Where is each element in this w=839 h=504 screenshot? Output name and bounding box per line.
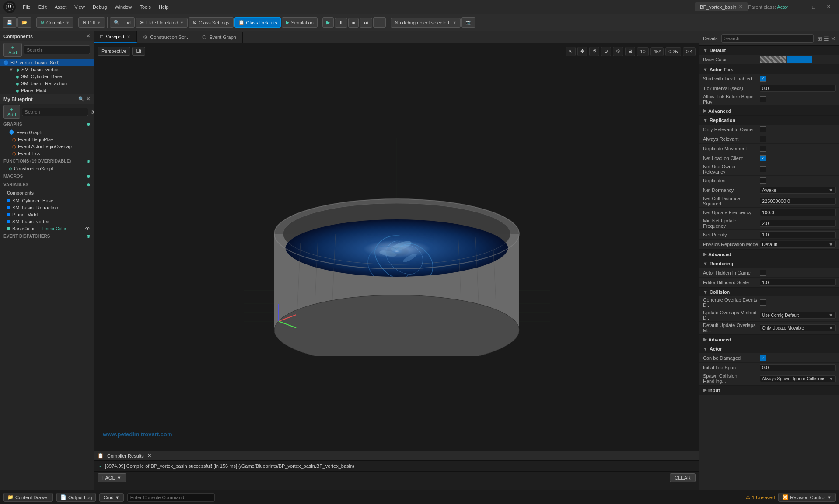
tree-item-cylinder-base[interactable]: ◆ SM_Cylinder_Base bbox=[0, 73, 94, 80]
input-initial-life-span[interactable] bbox=[760, 364, 836, 371]
scale-size-tool[interactable]: 0.25 bbox=[665, 47, 681, 56]
diff-button[interactable]: ⊕ Diff ▼ bbox=[78, 17, 105, 28]
skip-button[interactable]: ⏭ bbox=[360, 18, 372, 28]
play-button[interactable]: ▶ bbox=[322, 17, 334, 28]
section-actor-header[interactable]: ▼ Actor bbox=[699, 344, 839, 353]
dispatchers-add-icon[interactable]: ⊕ bbox=[87, 234, 90, 239]
event-graph-tab[interactable]: ⬡ Event Graph bbox=[196, 32, 243, 43]
blueprint-search-input[interactable] bbox=[22, 108, 88, 116]
close-button[interactable]: ✕ bbox=[822, 2, 836, 12]
var-item-plane-midd[interactable]: Plane_Midd bbox=[0, 211, 94, 218]
event-actor-begin-overlap-item[interactable]: ⬡ Event ActorBeginOverlap bbox=[0, 143, 94, 150]
dropdown-net-dormancy[interactable]: Awake▼ bbox=[760, 187, 836, 194]
simulation-button[interactable]: ▶ Simulation bbox=[282, 17, 317, 28]
add-component-button[interactable]: + Add bbox=[3, 43, 22, 57]
macros-add-icon[interactable]: ⊕ bbox=[87, 174, 90, 179]
bp-tab[interactable]: BP_vortex_basin ✕ bbox=[695, 2, 748, 11]
minimize-button[interactable]: ─ bbox=[792, 2, 806, 12]
pause-button[interactable]: ⏸ bbox=[335, 18, 347, 28]
tree-item-self[interactable]: 🔵 BP_vortex_basin (Self) bbox=[0, 59, 94, 66]
components-close-icon[interactable]: ✕ bbox=[86, 33, 90, 39]
checkbox-can-be-damaged[interactable] bbox=[760, 355, 766, 361]
var-item-cylinder-base[interactable]: SM_Cylinder_Base bbox=[0, 197, 94, 204]
dropdown-physics-replication[interactable]: Default▼ bbox=[760, 241, 836, 248]
section-replication-header[interactable]: ▼ Replication bbox=[699, 116, 839, 125]
checkbox-replicates[interactable] bbox=[760, 177, 766, 184]
scale-tool[interactable]: ⊙ bbox=[601, 47, 611, 56]
details-close-icon[interactable]: ✕ bbox=[831, 35, 836, 42]
event-begin-play-item[interactable]: ⬡ Event BeginPlay bbox=[0, 136, 94, 143]
input-net-priority[interactable] bbox=[760, 231, 836, 238]
section-advanced-3-header[interactable]: ▶ Advanced bbox=[699, 335, 839, 344]
compile-button[interactable]: ⚙ Compile ▼ bbox=[36, 17, 73, 28]
hide-unrelated-button[interactable]: 👁 Hide Unrelated ▼ bbox=[136, 18, 188, 28]
clear-button[interactable]: CLEAR bbox=[670, 473, 696, 482]
select-tool[interactable]: ↖ bbox=[566, 47, 576, 56]
dropdown-default-update-overlaps[interactable]: Only Update Movable▼ bbox=[760, 324, 836, 331]
viewport-tab[interactable]: □ Viewport ✕ bbox=[94, 31, 137, 43]
graphs-add-icon[interactable]: ⊕ bbox=[87, 122, 90, 127]
output-log-button[interactable]: 📄 Output Log bbox=[56, 493, 96, 502]
console-input[interactable] bbox=[127, 493, 215, 502]
base-color-visibility-icon[interactable]: 👁 bbox=[85, 226, 90, 231]
blueprint-settings-icon[interactable]: ⚙ bbox=[90, 109, 94, 115]
menu-asset[interactable]: Asset bbox=[51, 3, 70, 11]
more-button[interactable]: ⋮ bbox=[373, 17, 386, 28]
checkbox-allow-tick[interactable] bbox=[760, 96, 766, 102]
construction-script-tab[interactable]: ⚙ Construction Scr... bbox=[137, 32, 196, 43]
construction-script-item[interactable]: ⊘ ConstructionScript bbox=[0, 165, 94, 172]
tree-item-basin-refraction[interactable]: ◆ SM_basin_Refraction bbox=[0, 80, 94, 87]
input-net-update-freq[interactable] bbox=[760, 209, 836, 216]
content-drawer-button[interactable]: 📁 Content Drawer bbox=[3, 493, 53, 502]
add-blueprint-button[interactable]: + Add bbox=[3, 105, 20, 119]
checkbox-net-use-owner[interactable] bbox=[760, 166, 766, 172]
details-grid-icon[interactable]: ⊞ bbox=[817, 35, 822, 42]
menu-view[interactable]: View bbox=[71, 3, 88, 11]
menu-help[interactable]: Help bbox=[155, 3, 172, 11]
functions-add-icon[interactable]: ⊕ bbox=[87, 159, 90, 163]
checkbox-start-tick[interactable] bbox=[760, 76, 766, 82]
checkbox-replicate-movement[interactable] bbox=[760, 146, 766, 152]
menu-file[interactable]: File bbox=[19, 3, 34, 11]
section-actor-tick-header[interactable]: ▼ Actor Tick bbox=[699, 65, 839, 74]
dropdown-update-overlaps[interactable]: Use Config Default▼ bbox=[760, 312, 836, 319]
menu-tools[interactable]: Tools bbox=[136, 3, 154, 11]
settings-vp-tool[interactable]: ⚙ bbox=[613, 47, 623, 56]
angle-tool[interactable]: 45° bbox=[650, 47, 664, 56]
checkbox-net-load[interactable] bbox=[760, 155, 766, 161]
event-graph-item[interactable]: 🔷 EventGraph bbox=[0, 129, 94, 136]
input-editor-billboard[interactable] bbox=[760, 279, 836, 286]
class-defaults-button[interactable]: 📋 Class Defaults bbox=[234, 17, 281, 28]
menu-window[interactable]: Window bbox=[111, 3, 135, 11]
details-filter-icon[interactable]: ☰ bbox=[824, 35, 829, 42]
class-settings-button[interactable]: ⚙ Class Settings bbox=[189, 17, 233, 28]
input-net-cull[interactable] bbox=[760, 198, 836, 205]
section-collision-header[interactable]: ▼ Collision bbox=[699, 288, 839, 296]
debug-extra-button[interactable]: 📷 bbox=[461, 17, 475, 28]
page-button[interactable]: PAGE ▼ bbox=[98, 473, 126, 482]
var-item-basin-refraction[interactable]: SM_basin_Refraction bbox=[0, 204, 94, 211]
debug-dropdown[interactable]: No debug object selected ▼ bbox=[391, 18, 460, 28]
var-item-base-color[interactable]: BaseColor – Linear Color 👁 bbox=[0, 225, 94, 232]
checkbox-only-relevant[interactable] bbox=[760, 126, 766, 132]
input-min-net-update-freq[interactable] bbox=[760, 220, 836, 227]
browse-button[interactable]: 📂 bbox=[17, 17, 31, 28]
cmd-button[interactable]: Cmd ▼ bbox=[99, 493, 123, 502]
dropdown-spawn-collision[interactable]: Always Spawn, Ignore Collisions▼ bbox=[760, 375, 836, 382]
checkbox-generate-overlap[interactable] bbox=[760, 299, 766, 306]
section-default-header[interactable]: ▼ Default bbox=[699, 46, 839, 55]
camera-speed-tool[interactable]: 0.4 bbox=[683, 47, 696, 56]
revision-control-button[interactable]: 🔀 Revision Control ▼ bbox=[778, 493, 836, 502]
tree-item-plane-midd[interactable]: ◆ Plane_Midd bbox=[0, 87, 94, 94]
section-advanced-1-header[interactable]: ▶ Advanced bbox=[699, 106, 839, 115]
variables-add-icon[interactable]: ⊕ bbox=[87, 182, 90, 187]
checkbox-actor-hidden[interactable] bbox=[760, 270, 766, 276]
save-button[interactable]: 💾 bbox=[3, 17, 17, 28]
rotate-tool[interactable]: ↺ bbox=[589, 47, 599, 56]
move-tool[interactable]: ✥ bbox=[577, 47, 587, 56]
stop-button[interactable]: ■ bbox=[348, 18, 359, 28]
grid-tool[interactable]: ⊞ bbox=[625, 47, 635, 56]
blueprint-search-icon[interactable]: 🔍 bbox=[78, 96, 84, 102]
menu-edit[interactable]: Edit bbox=[35, 3, 50, 11]
perspective-button[interactable]: Perspective bbox=[98, 47, 130, 56]
